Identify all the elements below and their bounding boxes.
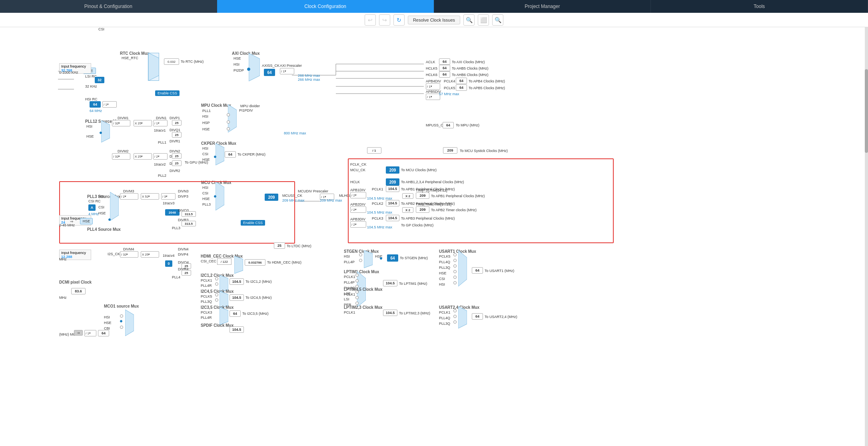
axi-prescaler-select[interactable]: / 1 xyxy=(280,68,294,74)
redo-button[interactable]: ↪ xyxy=(379,14,390,26)
mco1-out-val: 64 xyxy=(98,330,109,336)
divm1-select[interactable]: / 32 xyxy=(112,120,130,126)
usart1-pll3q: PLL3Q xyxy=(439,266,450,270)
fit-button[interactable]: ⬜ xyxy=(478,14,489,26)
scrollbar-right[interactable] xyxy=(865,27,868,446)
pclk5-label: PCLK5 xyxy=(444,86,455,90)
x25-select-3[interactable]: X 25 xyxy=(141,251,159,258)
mco1-mux-block[interactable] xyxy=(125,310,134,336)
hse-input-block[interactable]: HSE xyxy=(80,218,93,224)
zoom-out-button[interactable]: 🔍 xyxy=(492,14,503,26)
ckper-mux-block[interactable] xyxy=(216,143,224,165)
pclk1-val: 104.5 xyxy=(386,186,399,192)
enable-css-button-mcu[interactable]: Enable CSS xyxy=(241,220,265,226)
tab-pinout[interactable]: Pinout & Configuration xyxy=(0,0,217,13)
apb1div-select[interactable]: / 2 xyxy=(350,192,366,198)
i2c35-pll4r: PLL4R xyxy=(201,316,212,320)
dcmi-val: 83.6 xyxy=(71,288,86,294)
pll3-csi-rc: CSI RC xyxy=(88,199,101,203)
pll3-mux-block[interactable] xyxy=(110,192,119,221)
scrollbar-thumb[interactable] xyxy=(865,69,868,153)
pll12-mux-block[interactable] xyxy=(101,120,110,142)
svg-marker-18 xyxy=(125,310,134,336)
x25-select-2[interactable]: X 25 xyxy=(134,153,152,160)
tab-project[interactable]: Project Manager xyxy=(434,0,651,13)
aclk-val: 64 xyxy=(439,58,450,65)
to-ltdc-label: To LTDC (MHz) xyxy=(287,244,311,248)
lptim1-d5 xyxy=(355,296,359,299)
divn2-div-select[interactable]: / 2 xyxy=(153,153,168,160)
to-usart24-label: To USART2,4 (MHz) xyxy=(485,315,517,319)
div3-select[interactable]: / 3 xyxy=(161,193,176,200)
val-0-3: 0 xyxy=(165,260,172,267)
refresh-button[interactable]: ↻ xyxy=(393,14,405,26)
mco1-source-mux-label: MCO1 source Mux xyxy=(104,304,139,308)
mco1-dot2 xyxy=(120,320,122,322)
rtc-mux-block[interactable] xyxy=(148,53,159,81)
divm2-select[interactable]: / 32 xyxy=(112,153,130,160)
stgen-dot1 xyxy=(359,253,362,256)
mco1-hse: HSE xyxy=(104,321,112,325)
divp3-label: DIVP3 xyxy=(178,194,188,198)
axi-mux-block[interactable] xyxy=(249,53,260,81)
to-usart1-label: To USART1 (MHz) xyxy=(485,269,514,273)
mco1-div-select[interactable]: / 1 xyxy=(84,330,96,336)
divn1-label: DIVN1 xyxy=(156,116,167,120)
mpu-hsi: HSI xyxy=(202,114,208,118)
mcu-hse: HSE xyxy=(202,197,210,201)
i2c45-val: 104.5 xyxy=(229,294,244,301)
divr4-val: 25 xyxy=(182,270,191,276)
divq1-val: 25 xyxy=(172,132,182,138)
diagram-canvas[interactable]: RTC Clock Mux HSE_RTC 0.032 To RTC (MHz)… xyxy=(0,27,868,446)
pclk3-val: 104.5 xyxy=(386,215,399,221)
x52-select[interactable]: X 52 xyxy=(141,193,159,200)
hsi-rc-div-select[interactable]: / 1 xyxy=(102,101,117,108)
hdmi-mux-block[interactable] xyxy=(234,256,243,274)
usart24-mux-block[interactable] xyxy=(458,306,467,328)
resolve-clock-button[interactable]: Resolve Clock Issues xyxy=(408,16,460,24)
search-button[interactable]: 🔍 xyxy=(463,14,475,26)
hsi-rc-val: 64 xyxy=(90,101,101,108)
undo-button[interactable]: ↩ xyxy=(365,14,376,26)
mpu-divider-label: MPU divider xyxy=(240,104,260,108)
pclk2-val: 104.5 xyxy=(386,200,399,206)
lptim23-clock-mux-label: LPTIM2,3 Clock Mux xyxy=(344,305,383,310)
svg-marker-22 xyxy=(219,307,228,325)
stgen-64-val: 64 xyxy=(387,254,398,262)
800mhz-max-label: 800 MHz max xyxy=(284,131,306,135)
mcu-mux-block[interactable] xyxy=(216,182,224,210)
enable-css-button-top[interactable]: Enable CSS xyxy=(155,90,180,96)
32khz-label: 32 KHz xyxy=(85,84,97,88)
apb3div-select[interactable]: / 2 xyxy=(350,221,366,228)
lptim45-clock-mux-label: LPTIM4,5 Clock Mux xyxy=(344,287,383,292)
usart1-hse: HSE xyxy=(439,271,447,275)
divn1-select[interactable]: / 1 xyxy=(153,120,168,126)
pclk1-label: PCLK1 xyxy=(372,187,383,191)
i2c35-mux-block[interactable] xyxy=(219,307,228,325)
apb2div-label: APB2DIV xyxy=(350,202,365,206)
usart24-pll3q: PLL3Q xyxy=(439,322,450,326)
usart1-mux-block[interactable] xyxy=(458,250,467,286)
usart24-pll4q: PLL4Q xyxy=(439,316,450,320)
i2c35-val: 64 xyxy=(229,310,241,317)
stgen-mux-block[interactable] xyxy=(364,250,373,268)
stgen-hse-dot xyxy=(380,257,382,260)
val-2048: 2048 xyxy=(165,209,180,216)
apb4div-select[interactable]: / 1 xyxy=(426,83,440,90)
pll4-source-mux-label: PLL4 Source Mux xyxy=(87,227,121,232)
divp1-label: DIVP1 xyxy=(170,116,180,120)
apb5div-select[interactable]: / 1 xyxy=(426,94,440,100)
divm4-select[interactable]: / 32 xyxy=(120,251,138,258)
apb2div-select[interactable]: / 2 xyxy=(350,206,366,213)
tab-tools[interactable]: Tools xyxy=(651,0,868,13)
209mhz-max-2: 209 MHz max xyxy=(320,198,342,202)
divq3-val: 313.5 xyxy=(182,211,196,217)
i2c12-pclk1: PCLK1 xyxy=(201,278,212,282)
divm3-select[interactable]: / 2 xyxy=(120,193,138,200)
apb4div-label: APB4DIV xyxy=(426,79,441,83)
to-mcu-label: To MCU Clocks (MHz) xyxy=(401,168,437,172)
x25-select-1[interactable]: X 25 xyxy=(134,120,152,126)
64mhz-label: 64 MHz xyxy=(90,109,102,113)
mcu-csi: CSI xyxy=(202,191,208,195)
tab-clock[interactable]: Clock Configuration xyxy=(217,0,434,13)
